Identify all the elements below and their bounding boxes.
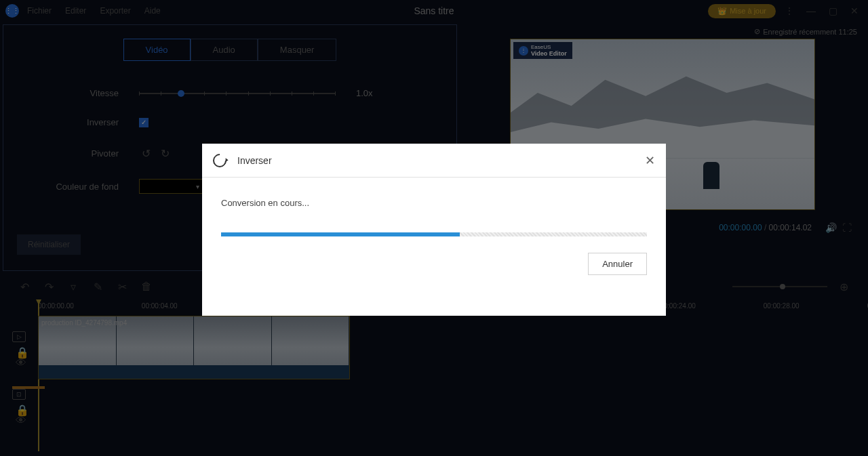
progress-fill: [221, 232, 460, 236]
modal-title: Inverser: [237, 155, 272, 166]
reverse-modal: Inverser ✕ Conversion en cours... Annule…: [202, 144, 666, 316]
progress-bar: [221, 232, 647, 236]
cancel-button[interactable]: Annuler: [588, 253, 647, 275]
modal-status-text: Conversion en cours...: [221, 198, 647, 208]
refresh-icon: [210, 150, 229, 169]
close-icon[interactable]: ✕: [645, 153, 655, 168]
